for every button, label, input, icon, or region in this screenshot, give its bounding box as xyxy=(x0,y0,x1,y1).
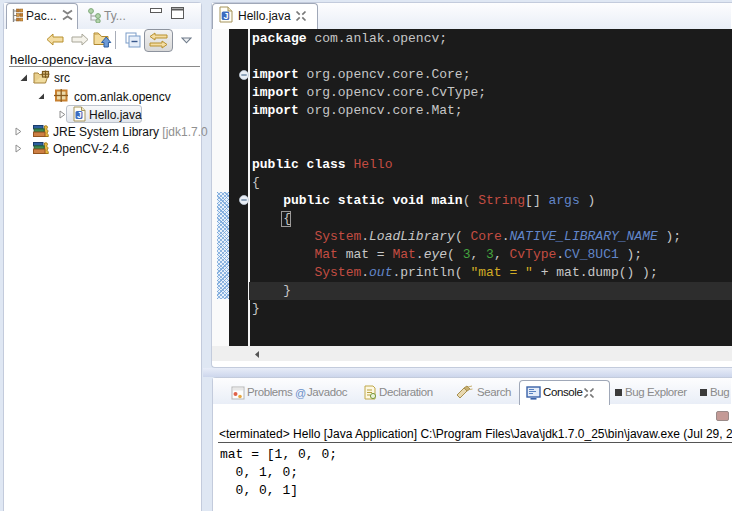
svg-text:J: J xyxy=(77,110,82,120)
svg-text:J: J xyxy=(223,11,228,21)
